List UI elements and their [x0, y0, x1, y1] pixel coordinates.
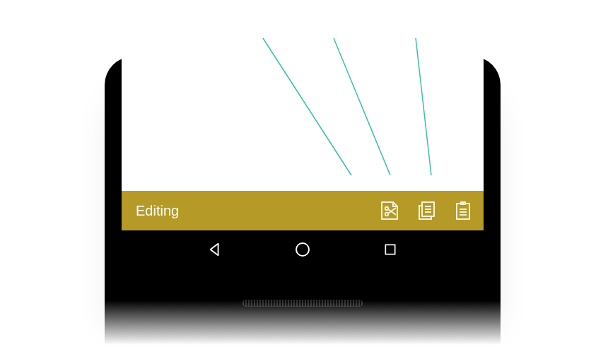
- back-icon: [207, 242, 223, 257]
- phone-frame: Editing: [105, 57, 501, 364]
- nav-back-button[interactable]: [206, 240, 224, 259]
- cut-button[interactable]: [379, 200, 400, 221]
- phone-speaker: [242, 300, 363, 307]
- cut-icon: [379, 200, 400, 221]
- toolbar-title: Editing: [136, 203, 379, 219]
- nav-home-button[interactable]: [293, 240, 312, 259]
- svg-rect-9: [460, 201, 466, 205]
- editing-toolbar: Editing: [122, 191, 484, 230]
- nav-recent-button[interactable]: [381, 240, 399, 259]
- home-icon: [294, 241, 311, 258]
- copy-button[interactable]: [416, 200, 437, 221]
- copy-icon: [416, 200, 437, 221]
- svg-point-13: [296, 243, 309, 256]
- toolbar-actions: [379, 200, 474, 221]
- paste-icon: [452, 200, 474, 221]
- svg-point-1: [385, 207, 388, 210]
- phone-screen: Editing: [122, 0, 484, 269]
- system-nav-bar: [122, 230, 484, 269]
- recent-apps-icon: [383, 242, 397, 257]
- svg-rect-14: [385, 245, 394, 254]
- paste-button[interactable]: [452, 200, 474, 221]
- svg-point-0: [385, 213, 388, 216]
